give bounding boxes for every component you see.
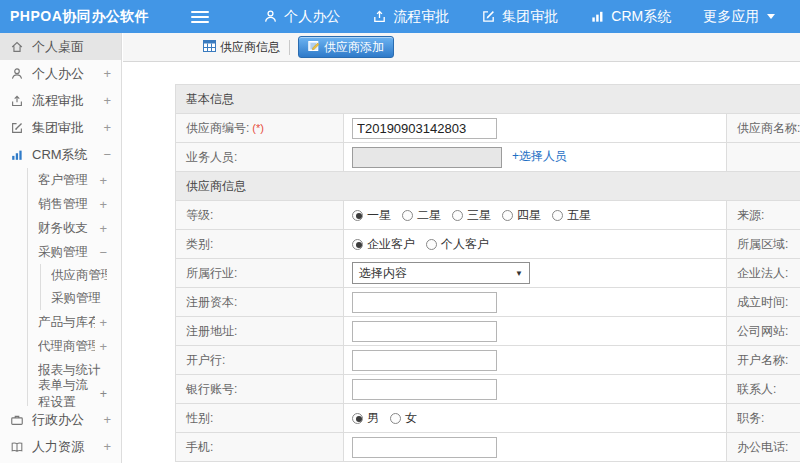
collapse-icon: − (103, 147, 111, 162)
field-label: 性别: (176, 404, 344, 433)
form-row-grade: 等级: 一星 二星 三星 四星 五星 来源: (176, 201, 800, 230)
field-label: 成立时间: (727, 288, 800, 317)
field-label: 供应商名称:(*) (727, 114, 800, 143)
app-window: PHPOA协同办公软件 个人办公 流程审批 集团审批 CRM系统 更多应用 (0, 0, 800, 463)
registered-address-input[interactable] (352, 321, 497, 342)
field-label: 等级: (176, 201, 344, 230)
nav-personal-office[interactable]: 个人办公 (247, 0, 356, 33)
supplier-add-form: 基本信息 供应商编号:(*) 供应商名称:(*) 业务人员: +选择人员 供应商… (123, 62, 800, 462)
sidebar-item-purchase-mgmt[interactable]: 采购管理 − (28, 240, 121, 264)
expand-icon: + (99, 315, 107, 330)
field-label: 公司网站: (727, 317, 800, 346)
edit-icon (10, 121, 25, 135)
grade-radio-group: 一星 二星 三星 四星 五星 (352, 207, 726, 224)
sidebar-item-personal-office[interactable]: 个人办公 + (0, 60, 121, 87)
crm-submenu: 客户管理 + 销售管理 + 财务收支 + 采购管理 − 供应商管理 采购管理 (27, 168, 121, 406)
field-label: 开户行: (176, 346, 344, 375)
expand-icon: + (99, 221, 107, 236)
sidebar-item-admin-office[interactable]: 行政办公 + (0, 406, 121, 433)
nav-group-approval[interactable]: 集团审批 (465, 0, 574, 33)
bank-input[interactable] (352, 350, 497, 371)
field-label: 联系人: (727, 375, 800, 404)
tab-supplier-add[interactable]: 供应商添加 (298, 36, 394, 58)
radio-enterprise-customer[interactable]: 企业客户 (352, 236, 415, 253)
sidebar-item-workflow-approval[interactable]: 流程审批 + (0, 87, 121, 114)
field-label: 所属区域: (727, 230, 800, 259)
radio-female[interactable]: 女 (390, 410, 417, 427)
form-row-gender: 性别: 男 女 职务: (176, 404, 800, 433)
nav-label: 集团审批 (502, 8, 558, 26)
nav-label: 流程审批 (393, 8, 449, 26)
sidebar-item-hr[interactable]: 人力资源 + (0, 433, 121, 460)
radio-button-icon[interactable] (352, 210, 363, 221)
radio-male[interactable]: 男 (352, 410, 379, 427)
sidebar-item-product-inventory[interactable]: 产品与库存 + (28, 310, 121, 334)
sidebar-item-supplier-mgmt[interactable]: 供应商管理 (41, 264, 121, 287)
person-picker-field[interactable] (352, 147, 502, 168)
nav-label: 更多应用 (703, 8, 759, 26)
user-icon (10, 67, 25, 81)
field-label: 开户名称: (727, 346, 800, 375)
caret-down-icon (767, 14, 775, 19)
sidebar: 个人桌面 个人办公 + 流程审批 + 集团审批 + CRM系统 − 客户管理 + (0, 33, 122, 463)
section-header-basic-info: 基本信息 (176, 85, 800, 114)
bank-account-input[interactable] (352, 379, 497, 400)
field-label: 手机: (176, 433, 344, 462)
radio-button-icon[interactable] (402, 210, 413, 221)
supplier-no-input[interactable] (352, 118, 497, 139)
app-logo: PHPOA协同办公软件 (0, 8, 149, 26)
sidebar-item-group-approval[interactable]: 集团审批 + (0, 114, 121, 141)
mobile-input[interactable] (352, 437, 497, 458)
field-label: 企业法人: (727, 259, 800, 288)
sidebar-item-customer-mgmt[interactable]: 客户管理 + (28, 168, 121, 192)
radio-five-star[interactable]: 五星 (552, 207, 591, 224)
edit-icon (481, 9, 496, 24)
collapse-icon: − (99, 245, 107, 260)
form-row-bank-account: 银行账号: 联系人: (176, 375, 800, 404)
field-label: 注册地址: (176, 317, 344, 346)
expand-icon: + (99, 173, 107, 188)
radio-button-icon[interactable] (452, 210, 463, 221)
sidebar-item-finance[interactable]: 财务收支 + (28, 216, 121, 240)
sidebar-item-desktop[interactable]: 个人桌面 (0, 33, 121, 60)
field-label: 所属行业: (176, 259, 344, 288)
chevron-down-icon: ▼ (515, 269, 523, 278)
gender-radio-group: 男 女 (352, 410, 726, 427)
radio-button-icon[interactable] (502, 210, 513, 221)
nav-more-apps[interactable]: 更多应用 (687, 0, 791, 33)
hamburger-menu-icon[interactable] (191, 8, 209, 26)
sidebar-item-agent-mgmt[interactable]: 代理商管理 + (28, 334, 121, 358)
sidebar-item-sales-mgmt[interactable]: 销售管理 + (28, 192, 121, 216)
field-label: 注册资本: (176, 288, 344, 317)
radio-personal-customer[interactable]: 个人客户 (426, 236, 489, 253)
radio-button-icon[interactable] (390, 413, 401, 424)
field-label: 职务: (727, 404, 800, 433)
radio-three-star[interactable]: 三星 (452, 207, 491, 224)
workflow-icon (10, 94, 25, 108)
book-icon (10, 440, 25, 454)
sidebar-item-form-flow-settings[interactable]: 表单与流程设置+ (28, 382, 121, 406)
radio-button-icon[interactable] (426, 239, 437, 250)
industry-select[interactable]: 选择内容▼ (352, 262, 530, 284)
registered-capital-input[interactable] (352, 292, 497, 313)
tab-supplier-info[interactable]: 供应商信息 (203, 40, 290, 55)
radio-button-icon[interactable] (352, 413, 363, 424)
form-row-category: 类别: 企业客户 个人客户 所属区域: (176, 230, 800, 259)
expand-icon: + (99, 197, 107, 212)
nav-crm-system[interactable]: CRM系统 (574, 0, 687, 33)
radio-four-star[interactable]: 四星 (502, 207, 541, 224)
radio-one-star[interactable]: 一星 (352, 207, 391, 224)
required-mark: (*) (252, 122, 264, 134)
radio-button-icon[interactable] (552, 210, 563, 221)
field-label: 供应商编号:(*) (176, 114, 344, 143)
select-person-link[interactable]: +选择人员 (512, 149, 567, 163)
sidebar-item-purchasing[interactable]: 采购管理 (41, 287, 121, 310)
sidebar-item-crm-system[interactable]: CRM系统 − (0, 141, 121, 168)
workflow-icon (372, 9, 387, 24)
field-label: 来源: (727, 201, 800, 230)
user-icon (263, 9, 278, 24)
nav-workflow-approval[interactable]: 流程审批 (356, 0, 465, 33)
radio-two-star[interactable]: 二星 (402, 207, 441, 224)
radio-button-icon[interactable] (352, 239, 363, 250)
expand-icon: + (99, 339, 107, 354)
